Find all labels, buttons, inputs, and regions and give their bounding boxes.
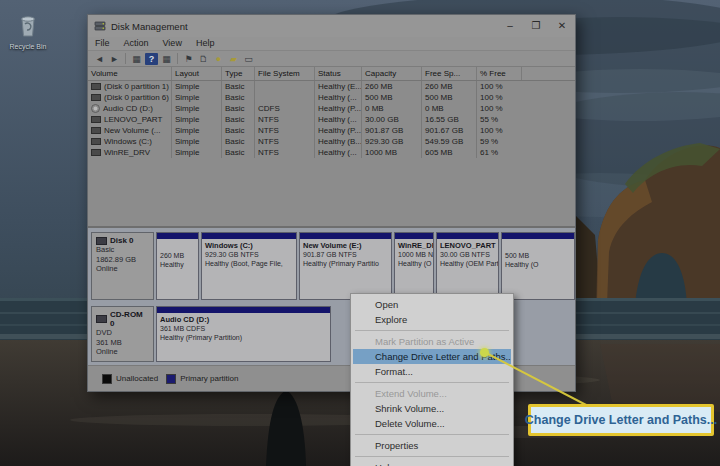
menu-item-shrink-volume[interactable]: Shrink Volume... [353, 401, 511, 416]
desktop-icon-label: Recycle Bin [4, 43, 52, 51]
drive-icon [91, 83, 101, 90]
window-title: Disk Management [111, 21, 497, 32]
forward-icon[interactable]: ► [108, 53, 121, 65]
volume-list-header: Volume Layout Type File System Status Ca… [88, 67, 575, 81]
cd-drive-icon [96, 315, 107, 323]
table-row[interactable]: New Volume (... Simple Basic NTFS Health… [88, 125, 575, 136]
cdrom-0-label[interactable]: CD-ROM 0 DVD 361 MB Online [91, 306, 154, 362]
cd-icon [91, 104, 100, 113]
partition-system[interactable]: 260 MB Healthy [156, 232, 199, 300]
menu-item-mark-partition-active: Mark Partition as Active [353, 334, 511, 349]
action-pane-icon[interactable]: ▦ [160, 53, 173, 65]
drive-icon [91, 116, 101, 123]
menu-bar: File Action View Help [88, 37, 575, 51]
menu-file[interactable]: File [88, 37, 117, 50]
col-status[interactable]: Status [315, 67, 362, 80]
recycle-bin-icon [18, 14, 38, 42]
drive-icon [91, 138, 101, 145]
callout-label: Change Drive Letter and Paths... [528, 404, 714, 436]
maximize-button[interactable]: ❐ [523, 16, 549, 36]
toolbar: ◄ ► ▦ ? ▦ ⚑ 🗋 ● ▰ ▭ [88, 51, 575, 67]
callout-anchor-dot [480, 348, 489, 357]
menu-separator [355, 434, 509, 435]
partition-audio-cd[interactable]: Audio CD (D:) 361 MB CDFS Healthy (Prima… [156, 306, 331, 362]
new-window-icon[interactable]: ▭ [242, 53, 255, 65]
col-capacity[interactable]: Capacity [362, 67, 422, 80]
col-type[interactable]: Type [222, 67, 255, 80]
primary-partition-swatch [166, 374, 176, 384]
menu-item-properties[interactable]: Properties [353, 438, 511, 453]
unallocated-swatch [102, 374, 112, 384]
menu-item-delete-volume[interactable]: Delete Volume... [353, 416, 511, 431]
menu-separator [355, 456, 509, 457]
desktop: Recycle Bin Disk Management – ❐ ✕ File A… [0, 0, 720, 466]
menu-view[interactable]: View [156, 37, 189, 50]
toolbar-separator [177, 53, 178, 64]
menu-help[interactable]: Help [189, 37, 222, 50]
disk-0-row: Disk 0 Basic 1862.89 GB Online 260 MB He… [88, 232, 575, 300]
console-tree-icon[interactable]: ▦ [130, 53, 143, 65]
disk-icon [96, 237, 107, 245]
close-button[interactable]: ✕ [549, 16, 575, 36]
menu-item-help[interactable]: Help [353, 460, 511, 466]
partition-500mb[interactable]: 500 MB Healthy (O [501, 232, 575, 300]
partition-new-volume-e[interactable]: New Volume (E:) 901.87 GB NTFS Healthy (… [299, 232, 392, 300]
partition-winre[interactable]: WinRE_DR 1000 MB N Healthy (O [394, 232, 434, 300]
partition-windows-c[interactable]: Windows (C:) 929.30 GB NTFS Healthy (Boo… [201, 232, 297, 300]
menu-item-format[interactable]: Format... [353, 364, 511, 379]
volume-list: Volume Layout Type File System Status Ca… [88, 67, 575, 226]
disk-management-app-icon [94, 20, 106, 32]
menu-separator [355, 330, 509, 331]
legend-primary-partition: Primary partition [166, 374, 238, 384]
legend-unallocated: Unallocated [102, 374, 158, 384]
menu-action[interactable]: Action [117, 37, 156, 50]
back-icon[interactable]: ◄ [93, 53, 106, 65]
col-layout[interactable]: Layout [172, 67, 222, 80]
col-free-space[interactable]: Free Sp... [422, 67, 477, 80]
menu-item-explore[interactable]: Explore [353, 312, 511, 327]
partition-lenovo-part[interactable]: LENOVO_PART 30.00 GB NTFS Healthy (OEM P… [436, 232, 499, 300]
context-menu: Open Explore Mark Partition as Active Ch… [350, 293, 514, 466]
menu-separator [355, 382, 509, 383]
table-row[interactable]: (Disk 0 partition 1) Simple Basic Health… [88, 81, 575, 92]
toolbar-separator [125, 53, 126, 64]
col-volume[interactable]: Volume [88, 67, 172, 80]
table-row[interactable]: (Disk 0 partition 6) Simple Basic Health… [88, 92, 575, 103]
col-file-system[interactable]: File System [255, 67, 315, 80]
minimize-button[interactable]: – [497, 16, 523, 36]
menu-item-open[interactable]: Open [353, 297, 511, 312]
disk-icon[interactable]: ● [212, 53, 225, 65]
col-pct-free[interactable]: % Free [477, 67, 522, 80]
title-bar[interactable]: Disk Management – ❐ ✕ [88, 15, 575, 37]
drive-icon [91, 94, 101, 101]
table-row[interactable]: Audio CD (D:) Simple Basic CDFS Healthy … [88, 103, 575, 114]
table-row[interactable]: Windows (C:) Simple Basic NTFS Healthy (… [88, 136, 575, 147]
desktop-icon-recycle-bin[interactable]: Recycle Bin [4, 14, 52, 51]
table-row[interactable]: WinRE_DRV Simple Basic NTFS Healthy (...… [88, 147, 575, 158]
disk-0-label[interactable]: Disk 0 Basic 1862.89 GB Online [91, 232, 154, 300]
folder-icon[interactable]: ▰ [227, 53, 240, 65]
table-row[interactable]: LENOVO_PART Simple Basic NTFS Healthy (.… [88, 114, 575, 125]
menu-item-extend-volume: Extend Volume... [353, 386, 511, 401]
drive-icon [91, 127, 101, 134]
drive-icon [91, 149, 101, 156]
help-icon[interactable]: ? [145, 53, 158, 65]
flag-icon[interactable]: ⚑ [182, 53, 195, 65]
document-icon[interactable]: 🗋 [197, 53, 210, 65]
